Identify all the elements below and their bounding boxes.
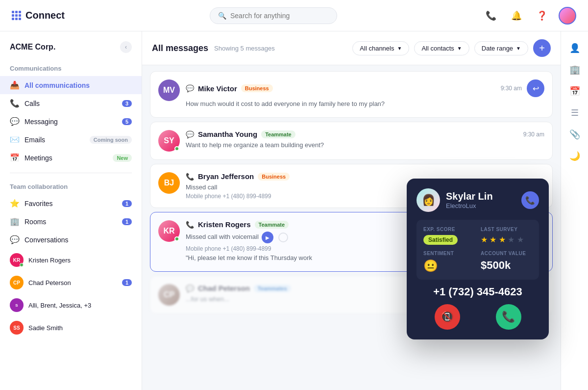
list-icon[interactable]: ☰: [566, 104, 584, 122]
chevron-down-icon: ▼: [397, 46, 402, 51]
msg-avatar-container-kristen: KR: [158, 220, 180, 242]
all-contacts-label: All contacts: [421, 45, 454, 52]
msg-body: Missed call with voicemail: [186, 233, 259, 240]
msg-sender: 📞 Bryan Jefferson Business: [186, 172, 290, 181]
play-button[interactable]: ▶: [262, 232, 273, 243]
msg-sender-name: Samantha Young: [198, 130, 257, 138]
sentiment-cell: SENTIMENT 😐: [423, 251, 475, 273]
message-card-samantha[interactable]: SY 💬 Samantha Young Teammate 9:30 am: [150, 122, 553, 160]
conv-name-chad: Chad Peterson: [28, 279, 117, 286]
sidebar-item-favorites[interactable]: ⭐ Favorites 1: [0, 194, 142, 212]
topbar: Connect 🔍 📞 🔔 ❓: [0, 0, 588, 31]
chevron-down-icon: ▼: [457, 46, 462, 51]
person-icon[interactable]: 👤: [566, 39, 584, 57]
sidebar-item-label: Emails: [24, 136, 85, 144]
sidebar-item-label: Meetings: [24, 154, 108, 162]
last-survey-cell: LAST SURVEY ★ ★ ★ ★ ★: [481, 227, 532, 245]
content-wrapper: All messages Showing 5 messages All chan…: [142, 31, 588, 390]
conv-name-sadie: Sadie Smith: [28, 324, 132, 332]
building-icon[interactable]: 🏢: [566, 61, 584, 78]
msg-content-samantha: 💬 Samantha Young Teammate 9:30 am Want t…: [186, 130, 544, 151]
phone-sidebar-icon: 📞: [10, 99, 20, 108]
sidebar-item-emails[interactable]: ✉️ Emails Coming soon: [0, 130, 142, 149]
msg-time: 9:30 am: [523, 131, 544, 138]
search-input[interactable]: [230, 12, 329, 20]
topbar-left: Connect: [12, 10, 65, 21]
sidebar-item-messaging[interactable]: 💬 Messaging 5: [0, 112, 142, 130]
conv-avatar-kristen: KR: [10, 253, 24, 267]
date-range-filter[interactable]: Date range ▼: [474, 41, 528, 55]
inbox-icon: 📥: [10, 80, 20, 90]
main-layout: ACME Corp. ‹ Communications 📥 All commun…: [0, 31, 588, 390]
star-3: ★: [499, 235, 506, 244]
sidebar-item-meetings[interactable]: 📅 Meetings New: [0, 149, 142, 167]
msg-sender-name: Chad Peterson: [198, 284, 250, 292]
all-channels-filter[interactable]: All channels ▼: [352, 41, 409, 55]
user-avatar[interactable]: [559, 7, 576, 25]
email-icon: ✉️: [10, 135, 20, 144]
sidebar-collapse-button[interactable]: ‹: [120, 41, 132, 53]
sidebar-item-calls[interactable]: 📞 Calls 3: [0, 94, 142, 112]
sidebar-item-label: Favorites: [24, 200, 117, 208]
moon-icon[interactable]: 🌙: [566, 147, 584, 165]
account-value-cell: ACCOUNT VALUE $500k: [481, 251, 532, 273]
meetings-icon: 📅: [10, 153, 20, 162]
account-value: $500k: [481, 259, 532, 272]
content-header-left: All messages Showing 5 messages: [152, 43, 275, 53]
grid-icon[interactable]: [12, 11, 21, 20]
sidebar-conv-kristen[interactable]: KR Kristen Rogers: [0, 249, 142, 271]
sidebar-item-all-communications[interactable]: 📥 All communications: [0, 76, 142, 94]
new-tag: New: [113, 154, 132, 162]
msg-body: Want to help me organize a team building…: [186, 141, 544, 149]
call-phone-button[interactable]: 📞: [521, 191, 539, 209]
sidebar-conv-chad[interactable]: CP Chad Peterson 1: [0, 271, 142, 294]
reply-button[interactable]: ↩: [527, 79, 544, 97]
msg-content-mike: 💬 Mike Victor Business 9:30 am ↩ How muc…: [186, 79, 544, 109]
bell-icon[interactable]: 🔔: [508, 7, 525, 25]
sidebar-item-label: All communications: [24, 81, 132, 89]
all-contacts-filter[interactable]: All contacts ▼: [414, 41, 469, 55]
conv-name-group: Alli, Brent, Jessica, +3: [28, 302, 132, 309]
msg-tag-business: Business: [241, 84, 273, 92]
msg-row: SY 💬 Samantha Young Teammate 9:30 am: [158, 130, 544, 152]
msg-avatar-mike: MV: [158, 79, 180, 101]
msg-sender-name: Bryan Jefferson: [198, 172, 254, 181]
phone-icon[interactable]: 📞: [482, 7, 500, 25]
sidebar-item-rooms[interactable]: 🏢 Rooms 1: [0, 212, 142, 231]
msg-sender-name: Mike Victor: [198, 84, 237, 93]
sidebar-header: ACME Corp. ‹: [0, 41, 142, 61]
search-bar[interactable]: 🔍: [210, 7, 337, 24]
coming-soon-tag: Coming soon: [90, 136, 132, 144]
msg-avatar-bryan: BJ: [158, 172, 180, 194]
exp-score-label: EXP. SCORE: [423, 227, 475, 232]
sidebar-conv-group[interactable]: S Alli, Brent, Jessica, +3: [0, 294, 142, 316]
call-actions: 📵 📞: [416, 304, 539, 330]
msg-avatar-chad: CP: [158, 284, 180, 306]
audio-circle: [278, 233, 288, 242]
favorites-badge: 1: [122, 200, 132, 207]
help-icon[interactable]: ❓: [533, 7, 551, 25]
sidebar-divider: [10, 173, 132, 173]
decline-button[interactable]: 📵: [435, 304, 460, 330]
rooms-badge: 1: [122, 218, 132, 225]
sidebar-item-label: Messaging: [24, 118, 117, 126]
conv-avatar-chad: CP: [10, 276, 24, 289]
rooms-icon: 🏢: [10, 217, 20, 226]
message-card-mike-victor[interactable]: MV 💬 Mike Victor Business 9:30 am: [150, 71, 553, 118]
sidebar-item-conversations[interactable]: 💬 Conversations: [0, 231, 142, 249]
call-contact-info: Skylar Lin ElectroLux: [446, 191, 493, 209]
conv-avatar-group: S: [10, 298, 24, 312]
call-contact-name: Skylar Lin: [446, 191, 493, 202]
date-range-label: Date range: [482, 45, 513, 52]
paperclip-icon[interactable]: 📎: [566, 126, 584, 143]
online-indicator: [174, 236, 179, 241]
accept-button[interactable]: 📞: [496, 304, 521, 330]
calls-badge: 3: [122, 100, 132, 107]
sidebar-conv-sadie[interactable]: SS Sadie Smith: [0, 316, 142, 339]
online-indicator: [174, 146, 179, 151]
content-header-right: All channels ▼ All contacts ▼ Date range…: [352, 39, 551, 57]
add-button[interactable]: +: [533, 39, 551, 57]
msg-tag-teammate: Teammate: [261, 130, 295, 138]
calendar-icon[interactable]: 📅: [566, 82, 584, 100]
star-icon: ⭐: [10, 199, 20, 208]
